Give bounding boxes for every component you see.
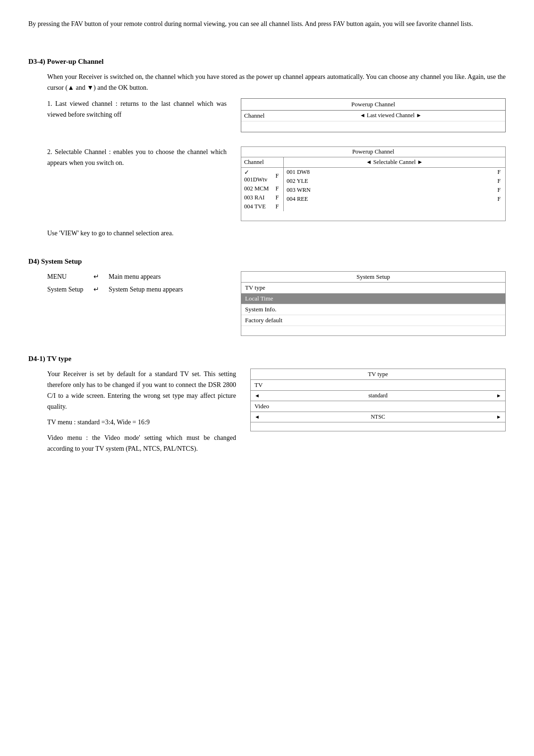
ch-flag-4: F	[274, 203, 280, 210]
menu-desc-1: Main menu appears	[109, 271, 161, 282]
section-d3-4-title: D3-4) Power-up Channel	[28, 58, 506, 66]
d4-1-body2: TV menu : standard =3:4, Wide = 16:9	[47, 417, 236, 428]
channel-table-bottom-spacer	[241, 211, 505, 221]
intro-paragraph: By pressing the FAV button of your remot…	[28, 19, 506, 29]
channel-table-data: ✓ 001DWtv F 002 MCM F 003 RAI F	[241, 168, 505, 211]
d3-4-item1-widget: Powerup Channel Channel ◄ Last viewed Ch…	[241, 98, 506, 132]
d4-1-text-block: Your Receiver is set by default for a st…	[47, 369, 236, 459]
menu-key-1: MENU	[47, 271, 90, 282]
ch-name-r2: 002 YLE	[287, 178, 494, 185]
d3-4-item2-widget: Powerup Channel Channel ◄ Selectable Can…	[241, 146, 506, 221]
ch-flag-2: F	[274, 185, 280, 192]
sys-row-tv-type: TV type	[241, 283, 505, 293]
d3-4-item1-text: 1. Last viewed channel : returns to the …	[47, 98, 227, 120]
d3-4-intro: When your Receiver is switched on, the c…	[47, 71, 506, 93]
d3-4-view-key-text: Use 'VIEW' key to go to channel selectio…	[47, 228, 506, 239]
ch-row-r4: 004 REE F	[284, 195, 505, 204]
ch-name-2: 002 MCM	[244, 185, 272, 192]
system-setup-table: System Setup TV type Local Time System I…	[241, 271, 506, 336]
sys-table-bottom-spacer	[241, 326, 505, 335]
menu-line-2: System Setup ↵ System Setup menu appears	[47, 284, 227, 295]
video-arrow-left-icon	[254, 413, 260, 421]
ch-row-1: ✓ 001DWtv F	[241, 168, 283, 184]
ch-row-r3: 003 WRN F	[284, 186, 505, 195]
section-d3-4-body: When your Receiver is switched on, the c…	[28, 71, 506, 238]
section-d4-title: D4) System Setup	[28, 258, 506, 266]
video-label: Video	[251, 401, 505, 412]
section-d4-body: MENU ↵ Main menu appears System Setup ↵ …	[28, 271, 506, 336]
tv-type-table: TV type TV standard Video NTSC	[250, 369, 506, 431]
d4-sys-table-widget: System Setup TV type Local Time System I…	[241, 271, 506, 336]
ch-name-r4: 004 REE	[287, 196, 494, 203]
d3-4-item2: 2. Selectable Channel : enables you to c…	[47, 146, 506, 221]
powerup-channel-box-1-empty	[241, 121, 505, 132]
d3-4-item2-text1: 2. Selectable Channel : enables you to c…	[47, 146, 227, 168]
ch-name-4: 004 TVE	[244, 203, 272, 210]
channel-table-subheader: Channel ◄ Selectable Cannel ►	[241, 157, 505, 168]
left-channels: ✓ 001DWtv F 002 MCM F 003 RAI F	[241, 168, 284, 211]
ch-name-1: ✓ 001DWtv	[244, 169, 272, 183]
menu-line-1: MENU ↵ Main menu appears	[47, 271, 227, 282]
selectable-cannel-nav: ◄ Selectable Cannel ►	[284, 157, 505, 167]
tv-table-bottom-spacer	[251, 422, 505, 431]
powerup-channel-box-1-row: Channel ◄ Last viewed Channel ►	[241, 111, 505, 121]
video-arrow-right-icon	[496, 413, 501, 421]
d4-menu-lines: MENU ↵ Main menu appears System Setup ↵ …	[47, 271, 227, 297]
tv-label: TV	[251, 380, 505, 391]
ch-flag-r3: F	[496, 187, 502, 194]
ch-name-r1: 001 DW8	[287, 169, 494, 176]
powerup-channel-box-1-title: Powerup Channel	[241, 99, 505, 111]
sys-row-local-time: Local Time	[241, 293, 505, 304]
sys-table-title: System Setup	[241, 272, 505, 283]
tv-nav: standard	[251, 391, 505, 401]
ch-row-4: 004 TVE F	[241, 202, 283, 211]
menu-arrow-1: ↵	[93, 271, 105, 282]
ch-flag-1: F	[274, 172, 280, 180]
section-d4-1-title: D4-1) TV type	[28, 355, 506, 363]
channel-col-header: Channel	[241, 157, 284, 167]
ch-flag-3: F	[274, 194, 280, 201]
d3-4-item2-text: 2. Selectable Channel : enables you to c…	[47, 146, 227, 173]
d4-1-body3: Video menu : the Video mode' setting whi…	[47, 432, 236, 454]
ch-row-r1: 001 DW8 F	[284, 168, 505, 177]
section-d3-4: D3-4) Power-up Channel When your Receive…	[28, 58, 506, 238]
sys-row-system-info: System Info.	[241, 304, 505, 315]
ch-name-3: 003 RAI	[244, 194, 272, 201]
powerup-channel-box-1: Powerup Channel Channel ◄ Last viewed Ch…	[241, 98, 506, 132]
last-viewed-nav: ◄ Last viewed Channel ►	[279, 112, 502, 119]
menu-key-2: System Setup	[47, 284, 90, 295]
channel-table-title: Powerup Channel	[241, 147, 505, 157]
menu-arrow-2: ↵	[93, 284, 105, 295]
ch-flag-r1: F	[496, 169, 502, 176]
section-d4-1: D4-1) TV type Your Receiver is set by de…	[28, 355, 506, 459]
tv-arrow-left-icon	[254, 392, 260, 399]
d4-1-tv-table-widget: TV type TV standard Video NTSC	[250, 369, 506, 431]
video-ntsc-value: NTSC	[263, 413, 493, 421]
video-nav: NTSC	[251, 412, 505, 422]
tv-type-table-title: TV type	[251, 369, 505, 380]
ch-name-r3: 003 WRN	[287, 187, 494, 194]
ch-row-3: 003 RAI F	[241, 193, 283, 202]
selectable-channel-table: Powerup Channel Channel ◄ Selectable Can…	[241, 146, 506, 221]
right-channels: 001 DW8 F 002 YLE F 003 WRN F	[284, 168, 505, 211]
ch-row-2: 002 MCM F	[241, 184, 283, 193]
d4-1-body1: Your Receiver is set by default for a st…	[47, 369, 236, 412]
section-d4-1-body: Your Receiver is set by default for a st…	[28, 369, 506, 459]
ch-row-r2: 002 YLE F	[284, 177, 505, 186]
d3-4-item1: 1. Last viewed channel : returns to the …	[47, 98, 506, 132]
ch-flag-r4: F	[496, 196, 502, 203]
d4-menu-area: MENU ↵ Main menu appears System Setup ↵ …	[47, 271, 506, 336]
sys-row-factory-default: Factory default	[241, 315, 505, 326]
tv-standard-value: standard	[263, 392, 493, 399]
tv-arrow-right-icon	[496, 392, 501, 399]
ch-flag-r2: F	[496, 178, 502, 185]
d4-1-main-area: Your Receiver is set by default for a st…	[47, 369, 506, 459]
menu-desc-2: System Setup menu appears	[109, 284, 183, 295]
section-d4: D4) System Setup MENU ↵ Main menu appear…	[28, 258, 506, 336]
channel-label: Channel	[244, 112, 277, 120]
